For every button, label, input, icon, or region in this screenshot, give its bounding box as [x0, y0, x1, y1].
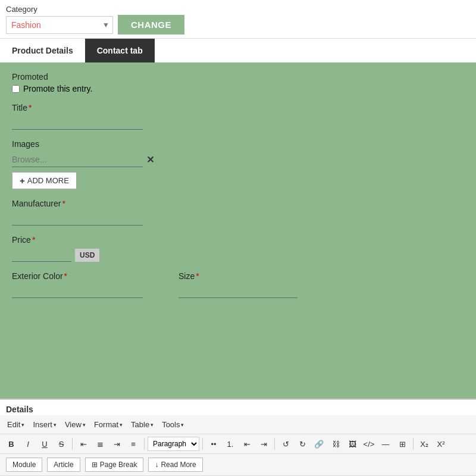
ordered-list-button[interactable]: 1. — [223, 437, 238, 451]
menu-insert[interactable]: Insert ▾ — [29, 418, 60, 431]
bold-button[interactable]: B — [4, 437, 19, 451]
image-button[interactable]: 🖼 — [345, 437, 360, 451]
chevron-edit-icon: ▾ — [21, 422, 24, 428]
tabs-bar: Product Details Contact tab — [0, 39, 476, 62]
italic-button[interactable]: I — [20, 437, 36, 451]
link-button[interactable]: 🔗 — [311, 437, 327, 451]
tab-product-details[interactable]: Product Details — [0, 39, 85, 62]
images-group: Images ✕ + ADD MORE — [12, 139, 464, 189]
currency-badge: USD — [75, 249, 99, 262]
size-group: Size* — [178, 271, 298, 298]
category-select[interactable]: Fashion — [6, 16, 113, 34]
add-more-button[interactable]: + ADD MORE — [12, 172, 77, 189]
exterior-color-input[interactable] — [12, 283, 143, 298]
read-more-label: Read More — [161, 461, 196, 469]
chevron-tools-icon: ▾ — [181, 422, 184, 428]
action-row: Module Article ⊞ Page Break ↓ Read More — [0, 454, 476, 476]
undo-button[interactable]: ↺ — [278, 437, 293, 451]
manufacturer-input[interactable] — [12, 211, 143, 226]
exterior-color-required: * — [64, 271, 67, 281]
browse-input[interactable] — [12, 152, 143, 167]
size-required: * — [196, 271, 199, 281]
justify-button[interactable]: ≡ — [126, 437, 141, 451]
manufacturer-label: Manufacturer* — [12, 199, 464, 208]
category-row: Fashion ▼ CHANGE — [6, 15, 470, 35]
price-label: Price* — [12, 235, 464, 245]
hr-button[interactable]: — — [378, 437, 393, 451]
title-label: Title* — [12, 103, 464, 112]
subscript-button[interactable]: X₂ — [416, 437, 432, 451]
toolbar-menu-row: Edit ▾ Insert ▾ View ▾ Format ▾ Table ▾ … — [0, 415, 476, 434]
page-break-label: Page Break — [100, 461, 137, 469]
separator-2 — [144, 438, 145, 450]
chevron-format-icon: ▾ — [120, 422, 123, 428]
manufacturer-group: Manufacturer* — [12, 199, 464, 226]
menu-tools[interactable]: Tools ▾ — [158, 418, 187, 431]
browse-row: ✕ — [12, 152, 464, 167]
plus-icon: + — [20, 176, 25, 186]
images-label: Images — [12, 139, 464, 149]
read-more-button[interactable]: ↓ Read More — [148, 458, 202, 472]
price-input[interactable] — [12, 247, 71, 262]
separator-5 — [413, 438, 414, 450]
details-section: Details Edit ▾ Insert ▾ View ▾ Format ▾ … — [0, 399, 476, 476]
read-more-icon: ↓ — [155, 461, 158, 469]
increase-indent-button[interactable]: ⇥ — [256, 437, 271, 451]
promote-checkbox[interactable] — [12, 85, 20, 93]
menu-view[interactable]: View ▾ — [61, 418, 89, 431]
module-button[interactable]: Module — [6, 458, 42, 472]
page-break-button[interactable]: ⊞ Page Break — [85, 458, 144, 472]
article-label: Article — [54, 461, 73, 469]
title-required: * — [29, 103, 32, 112]
page-break-icon: ⊞ — [92, 461, 98, 469]
page-wrapper: Category Fashion ▼ CHANGE Product Detail… — [0, 0, 476, 476]
clear-button[interactable]: ✕ — [146, 154, 154, 165]
price-group: Price* USD — [12, 235, 464, 262]
category-select-wrapper: Fashion ▼ — [6, 16, 113, 34]
redo-button[interactable]: ↻ — [295, 437, 310, 451]
decrease-indent-button[interactable]: ⇤ — [239, 437, 255, 451]
unordered-list-button[interactable]: •• — [206, 437, 221, 451]
promote-checkbox-label[interactable]: Promote this entry. — [12, 84, 464, 93]
align-left-button[interactable]: ⇤ — [76, 437, 91, 451]
category-label: Category — [6, 5, 470, 14]
manufacturer-required: * — [62, 199, 65, 208]
strikethrough-button[interactable]: S — [54, 437, 69, 451]
chevron-view-icon: ▾ — [83, 422, 86, 428]
code-button[interactable]: </> — [361, 437, 377, 451]
separator-4 — [274, 438, 275, 450]
price-required: * — [32, 235, 35, 245]
module-label: Module — [12, 461, 36, 469]
unlink-button[interactable]: ⛓ — [328, 437, 343, 451]
menu-edit[interactable]: Edit ▾ — [4, 418, 28, 431]
title-group: Title* — [12, 103, 464, 130]
title-input[interactable] — [12, 115, 143, 130]
exterior-color-group: Exterior Color* — [12, 271, 143, 298]
menu-format[interactable]: Format ▾ — [90, 418, 126, 431]
change-button[interactable]: CHANGE — [118, 15, 184, 35]
main-content: Promoted Promote this entry. Title* Imag… — [0, 62, 476, 399]
size-input[interactable] — [178, 283, 298, 298]
separator-3 — [202, 438, 203, 450]
add-more-label: ADD MORE — [27, 176, 69, 185]
menu-table[interactable]: Table ▾ — [127, 418, 157, 431]
promoted-group: Promoted Promote this entry. — [12, 72, 464, 93]
paragraph-select[interactable]: Paragraph — [148, 437, 199, 451]
tab-contact[interactable]: Contact tab — [85, 39, 155, 62]
category-section: Category Fashion ▼ CHANGE — [0, 0, 476, 39]
separator-1 — [72, 438, 73, 450]
align-right-button[interactable]: ⇥ — [109, 437, 124, 451]
article-button[interactable]: Article — [47, 458, 80, 472]
table-button[interactable]: ⊞ — [394, 437, 410, 451]
chevron-insert-icon: ▾ — [54, 422, 57, 428]
align-center-button[interactable]: ≣ — [92, 437, 108, 451]
chevron-table-icon: ▾ — [151, 422, 154, 428]
superscript-button[interactable]: X² — [433, 437, 449, 451]
two-col-row: Exterior Color* Size* — [12, 271, 464, 308]
underline-button[interactable]: U — [37, 437, 52, 451]
format-buttons-row: B I U S ⇤ ≣ ⇥ ≡ Paragraph •• 1. ⇤ ⇥ ↺ ↻ … — [0, 434, 476, 454]
size-label: Size* — [178, 271, 298, 281]
promote-checkbox-text: Promote this entry. — [23, 84, 92, 93]
price-row: USD — [12, 247, 464, 262]
exterior-color-label: Exterior Color* — [12, 271, 143, 281]
